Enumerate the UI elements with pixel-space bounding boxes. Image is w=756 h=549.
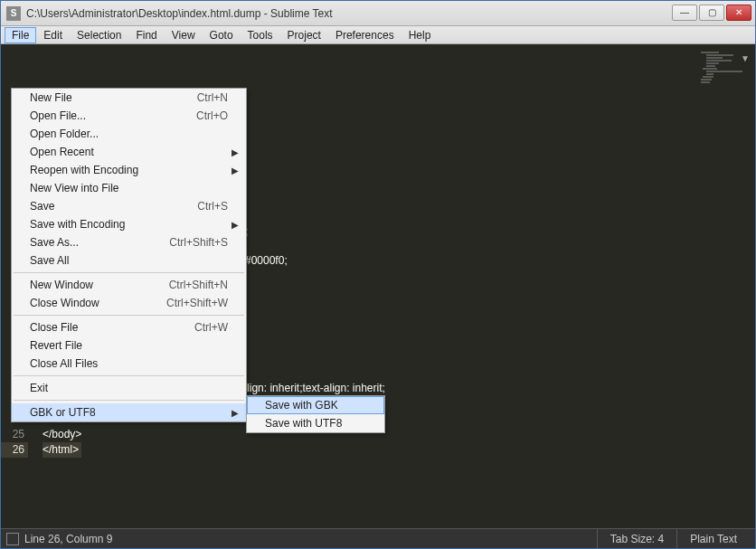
menu-item-save-all[interactable]: Save All bbox=[12, 251, 246, 270]
menu-item-new-file[interactable]: New FileCtrl+N bbox=[12, 89, 246, 107]
menu-item-shortcut: Ctrl+Shift+N bbox=[169, 279, 228, 291]
code-line-current: </html> bbox=[43, 442, 81, 458]
code-fragment: #0000f0; bbox=[245, 253, 288, 269]
app-window: C:\Users\Administrator\Desktop\index.htm… bbox=[0, 0, 756, 549]
close-button[interactable]: ✕ bbox=[726, 5, 751, 21]
menu-item-new-view-into-file[interactable]: New View into File bbox=[12, 179, 246, 197]
menu-item-label: Reopen with Encoding bbox=[30, 164, 228, 176]
minimize-button[interactable]: — bbox=[672, 5, 697, 21]
menubar-item-tools[interactable]: Tools bbox=[241, 27, 280, 43]
menu-item-save-as-[interactable]: Save As...Ctrl+Shift+S bbox=[12, 233, 246, 251]
menu-item-open-file-[interactable]: Open File...Ctrl+O bbox=[12, 107, 246, 125]
app-icon bbox=[6, 6, 21, 21]
menu-item-shortcut: Ctrl+N bbox=[197, 91, 228, 104]
menu-item-save-with-encoding[interactable]: Save with Encoding▶ bbox=[12, 215, 246, 233]
status-position[interactable]: Line 26, Column 9 bbox=[24, 533, 597, 545]
menu-item-gbk-or-utf8[interactable]: GBK or UTF8▶ bbox=[12, 403, 246, 421]
menubar-item-preferences[interactable]: Preferences bbox=[328, 27, 402, 43]
menu-item-label: Open Folder... bbox=[30, 128, 228, 140]
file-menu-dropdown: New FileCtrl+NOpen File...Ctrl+OOpen Fol… bbox=[11, 88, 247, 422]
menu-separator bbox=[14, 315, 244, 316]
menu-item-label: New Window bbox=[30, 279, 169, 291]
menubar: FileEditSelectionFindViewGotoToolsProjec… bbox=[1, 26, 755, 44]
menubar-item-help[interactable]: Help bbox=[402, 27, 439, 43]
menu-item-close-file[interactable]: Close FileCtrl+W bbox=[12, 318, 246, 336]
menu-item-shortcut: Ctrl+Shift+S bbox=[169, 236, 228, 249]
menu-separator bbox=[14, 375, 244, 376]
menu-item-label: Save with Encoding bbox=[30, 218, 228, 231]
menu-item-reopen-with-encoding[interactable]: Reopen with Encoding▶ bbox=[12, 161, 246, 179]
menu-item-exit[interactable]: Exit bbox=[12, 379, 246, 397]
gbk-utf8-submenu: Save with GBKSave with UTF8 bbox=[246, 395, 385, 433]
status-icon[interactable] bbox=[6, 533, 19, 545]
status-tabsize[interactable]: Tab Size: 4 bbox=[597, 529, 676, 548]
line-number: 25 bbox=[1, 427, 28, 442]
submenu-arrow-icon: ▶ bbox=[232, 408, 239, 418]
menu-separator bbox=[14, 272, 244, 273]
menu-item-open-recent[interactable]: Open Recent▶ bbox=[12, 143, 246, 161]
submenu-arrow-icon: ▶ bbox=[232, 220, 239, 230]
menubar-item-view[interactable]: View bbox=[165, 27, 203, 43]
menubar-item-project[interactable]: Project bbox=[280, 27, 328, 43]
window-controls: — ▢ ✕ bbox=[672, 5, 751, 23]
menu-item-label: Save As... bbox=[30, 236, 169, 249]
menu-item-label: Save All bbox=[30, 254, 228, 267]
menu-item-label: New View into File bbox=[30, 182, 228, 194]
menubar-item-edit[interactable]: Edit bbox=[36, 27, 70, 43]
menu-item-new-window[interactable]: New WindowCtrl+Shift+N bbox=[12, 276, 246, 294]
menu-item-shortcut: Ctrl+W bbox=[194, 321, 228, 334]
line-number: 26 bbox=[1, 442, 28, 458]
menu-item-label: Revert File bbox=[30, 339, 228, 352]
menu-item-shortcut: Ctrl+S bbox=[197, 200, 228, 213]
menu-item-open-folder-[interactable]: Open Folder... bbox=[12, 125, 246, 143]
submenu-arrow-icon: ▶ bbox=[232, 147, 239, 157]
menu-item-label: Close Window bbox=[30, 297, 166, 309]
menu-item-label: Close All Files bbox=[30, 357, 228, 370]
menu-item-close-all-files[interactable]: Close All Files bbox=[12, 355, 246, 373]
menu-item-save[interactable]: SaveCtrl+S bbox=[12, 197, 246, 215]
menu-item-shortcut: Ctrl+Shift+W bbox=[166, 297, 228, 309]
tab-dropdown-icon[interactable]: ▼ bbox=[741, 53, 750, 63]
status-syntax[interactable]: Plain Text bbox=[676, 529, 750, 548]
menu-item-label: Open File... bbox=[30, 109, 196, 122]
submenu-item-save-with-gbk[interactable]: Save with GBK bbox=[247, 396, 384, 414]
menu-separator bbox=[14, 400, 244, 401]
menu-item-label: GBK or UTF8 bbox=[30, 406, 228, 419]
menubar-item-find[interactable]: Find bbox=[128, 27, 164, 43]
titlebar-text: C:\Users\Administrator\Desktop\index.htm… bbox=[26, 7, 672, 20]
menubar-item-goto[interactable]: Goto bbox=[203, 27, 241, 43]
code-text: </html> bbox=[43, 443, 79, 456]
menu-item-label: Close File bbox=[30, 321, 194, 334]
submenu-item-save-with-utf8[interactable]: Save with UTF8 bbox=[247, 414, 384, 432]
menu-item-label: New File bbox=[30, 91, 197, 104]
maximize-button[interactable]: ▢ bbox=[699, 5, 724, 21]
menubar-item-file[interactable]: File bbox=[5, 27, 36, 43]
menu-item-close-window[interactable]: Close WindowCtrl+Shift+W bbox=[12, 294, 246, 312]
submenu-arrow-icon: ▶ bbox=[232, 166, 239, 175]
menubar-item-selection[interactable]: Selection bbox=[70, 27, 128, 43]
menu-item-shortcut: Ctrl+O bbox=[196, 109, 228, 122]
statusbar: Line 26, Column 9 Tab Size: 4 Plain Text bbox=[1, 528, 755, 548]
titlebar: C:\Users\Administrator\Desktop\index.htm… bbox=[1, 1, 755, 26]
editor-area[interactable]: ▼ 212223242526 ; #0000f0; <div> text-ali… bbox=[1, 44, 755, 528]
code-line: </body> bbox=[43, 427, 81, 442]
menu-item-revert-file[interactable]: Revert File bbox=[12, 336, 246, 355]
menu-item-label: Open Recent bbox=[30, 146, 228, 158]
menu-item-label: Save bbox=[30, 200, 197, 213]
menu-item-label: Exit bbox=[30, 382, 228, 394]
